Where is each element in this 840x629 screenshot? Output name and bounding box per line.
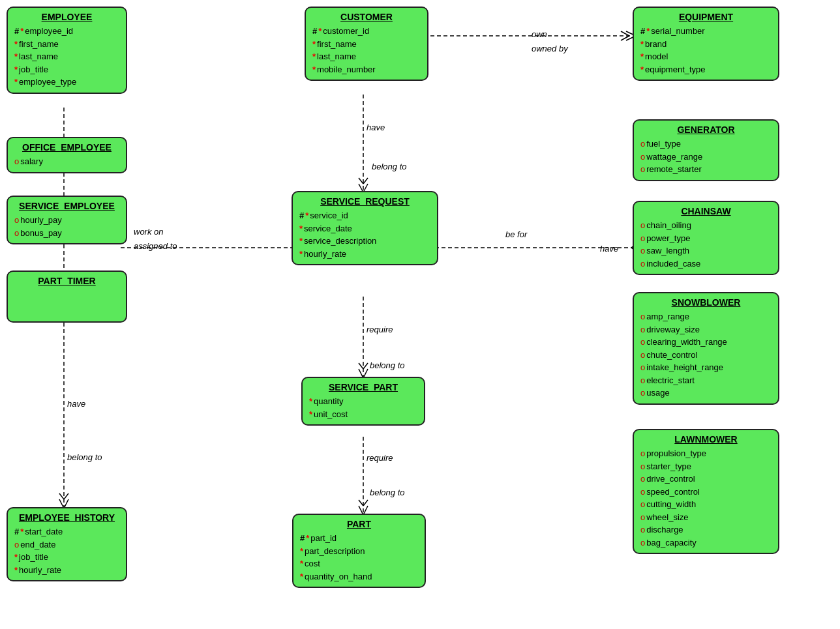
rel-belong-to-service-part: belong to	[370, 360, 405, 370]
rel-have-employee: have	[67, 399, 85, 409]
entity-service-part: SERVICE_PART * quantity * unit_cost	[301, 377, 425, 426]
svg-line-35	[59, 493, 64, 499]
entity-equipment: EQUIPMENT # * serial_number * brand * mo…	[633, 7, 779, 81]
entity-employee: EMPLOYEE # * employee_id * first_name * …	[7, 7, 127, 94]
entity-employee-history: EMPLOYEE_HISTORY # * start_date o end_da…	[7, 507, 127, 581]
rel-belong-to-part: belong to	[370, 488, 405, 497]
entity-snowblower-title: SNOWBLOWER	[640, 297, 772, 308]
entity-customer: CUSTOMER # * customer_id * first_name * …	[305, 7, 428, 81]
rel-owned-by: owned by	[532, 44, 568, 53]
rel-have-customer: have	[367, 123, 385, 132]
entity-office-employee: OFFICE_EMPLOYEE o salary	[7, 137, 127, 173]
entity-employee-title: EMPLOYEE	[14, 12, 119, 22]
entity-service-request: SERVICE_REQUEST # * service_id * service…	[292, 191, 438, 265]
svg-line-31	[363, 500, 368, 506]
rel-own: own	[532, 29, 547, 39]
entity-service-employee-title: SERVICE_EMPLOYEE	[14, 201, 119, 211]
svg-line-4	[621, 36, 629, 40]
rel-assigned-to: assigned to	[134, 241, 177, 251]
svg-line-26	[363, 363, 368, 369]
entity-part-title: PART	[300, 519, 418, 529]
entity-part-timer: PART_TIMER	[7, 271, 127, 323]
rel-be-for: be for	[505, 229, 527, 239]
entity-equipment-title: EQUIPMENT	[640, 12, 772, 22]
attr-employee-id: # * employee_id	[14, 25, 119, 38]
entity-part: PART # * part_id * part_description * co…	[292, 514, 426, 588]
entity-generator: GENERATOR o fuel_type o wattage_range o …	[633, 119, 779, 181]
rel-have-equipment: have	[600, 244, 618, 254]
entity-generator-title: GENERATOR	[640, 124, 772, 135]
entity-part-timer-title: PART_TIMER	[14, 276, 119, 286]
svg-line-25	[359, 363, 363, 369]
rel-belong-to-customer: belong to	[372, 162, 407, 171]
entity-service-part-title: SERVICE_PART	[309, 382, 417, 392]
entity-employee-history-title: EMPLOYEE_HISTORY	[14, 512, 119, 523]
svg-line-3	[621, 31, 629, 36]
entity-lawnmower: LAWNMOWER o propulsion_type o starter_ty…	[633, 429, 779, 554]
entity-office-employee-title: OFFICE_EMPLOYEE	[14, 142, 119, 153]
entity-service-employee: SERVICE_EMPLOYEE o hourly_pay o bonus_pa…	[7, 196, 127, 244]
svg-line-30	[359, 500, 363, 506]
rel-belong-to-employee: belong to	[67, 452, 102, 462]
svg-line-36	[64, 493, 68, 499]
entity-chainsaw: CHAINSAW o chain_oiling o power_type o s…	[633, 201, 779, 275]
svg-line-8	[359, 178, 363, 184]
entity-snowblower: SNOWBLOWER o amp_range o driveway_size o…	[633, 292, 779, 405]
entity-chainsaw-title: CHAINSAW	[640, 206, 772, 216]
rel-require-part: require	[367, 453, 393, 463]
rel-require-service-part: require	[367, 325, 393, 334]
entity-service-request-title: SERVICE_REQUEST	[299, 196, 430, 207]
svg-line-9	[363, 178, 368, 184]
rel-work-on: work on	[134, 227, 164, 237]
entity-customer-title: CUSTOMER	[312, 12, 421, 22]
entity-lawnmower-title: LAWNMOWER	[640, 434, 772, 445]
